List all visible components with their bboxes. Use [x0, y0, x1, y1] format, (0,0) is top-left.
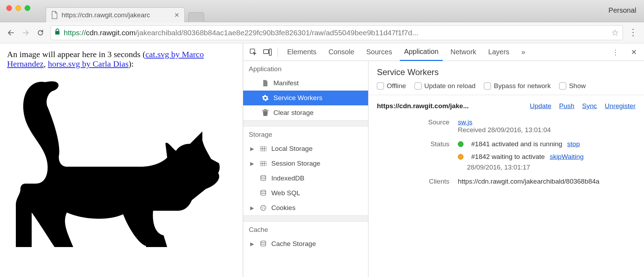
sidebar-item-label: Cookies	[271, 204, 296, 212]
link-skipwaiting[interactable]: skipWaiting	[550, 153, 583, 161]
svg-point-14	[261, 205, 266, 211]
devtools: Elements Console Sources Application Net…	[243, 43, 644, 277]
address-bar[interactable]: https://cdn.rawgit.com/jakearchibald/803…	[51, 25, 623, 40]
source-received: Received 28/09/2016, 13:01:04	[458, 126, 636, 134]
cat-image	[7, 72, 236, 250]
checkbox-bypass-for-network[interactable]: Bypass for network	[484, 82, 551, 90]
svg-point-17	[264, 208, 265, 209]
checkbox-offline[interactable]: Offline	[377, 82, 406, 90]
sidebar-item-service-workers[interactable]: ▶ Service Workers	[243, 91, 368, 105]
tab-elements[interactable]: Elements	[283, 43, 321, 61]
zoom-window-button[interactable]	[25, 5, 30, 11]
window-titlebar: https://cdn.rawgit.com/jakearc ✕ Persona…	[0, 0, 644, 22]
status-waiting-text: #1842 waiting to activate	[471, 153, 545, 161]
link-update[interactable]: Update	[530, 102, 551, 110]
checkbox-update-on-reload[interactable]: Update on reload	[415, 82, 476, 90]
link-stop[interactable]: stop	[567, 140, 580, 148]
chrome-menu-button[interactable]: ⋮	[626, 27, 640, 38]
panel-options: Offline Update on reload Bypass for netw…	[368, 82, 644, 95]
sidebar-item-label: IndexedDB	[271, 174, 304, 182]
tab-sources[interactable]: Sources	[362, 43, 396, 61]
svg-point-15	[262, 207, 263, 208]
sidebar-item-clear-storage[interactable]: ▶ Clear storage	[243, 105, 368, 120]
sidebar-item-label: Cache Storage	[271, 240, 316, 248]
trash-icon	[261, 109, 269, 117]
label-source: Source	[377, 118, 449, 126]
svg-point-12	[261, 176, 266, 177]
sidebar-item-manifest[interactable]: ▶ Manifest	[243, 76, 368, 91]
sidebar-item-label: Manifest	[273, 79, 299, 87]
link-unregister[interactable]: Unregister	[605, 102, 636, 110]
traffic-lights	[0, 0, 30, 11]
inspect-element-icon[interactable]	[248, 47, 259, 57]
new-tab-button[interactable]	[188, 12, 204, 22]
svg-rect-2	[264, 50, 269, 54]
sidebar-item-session-storage[interactable]: ▶ Session Storage	[243, 156, 368, 171]
sidebar-item-label: Web SQL	[271, 189, 300, 197]
label-clients: Clients	[377, 178, 449, 185]
sidebar-item-label: Session Storage	[271, 160, 320, 167]
sidebar-group-application: Application	[243, 61, 368, 76]
svg-rect-0	[55, 31, 59, 35]
grid-icon	[259, 160, 267, 167]
sidebar-item-indexeddb[interactable]: ▶ IndexedDB	[243, 171, 368, 186]
link-source-file[interactable]: sw.js	[458, 118, 472, 126]
browser-toolbar: https://cdn.rawgit.com/jakearchibald/803…	[0, 22, 644, 43]
back-button[interactable]	[4, 25, 18, 40]
status-dot-activated-icon	[458, 141, 463, 147]
clients-value: https://cdn.rawgit.com/jakearchibald/803…	[458, 178, 636, 185]
sidebar-item-cookies[interactable]: ▶ Cookies	[243, 201, 368, 215]
sidebar-item-label: Clear storage	[273, 109, 314, 117]
file-icon	[51, 11, 58, 19]
devtools-menu-icon[interactable]: ⋮	[610, 47, 621, 57]
profile-label[interactable]: Personal	[608, 6, 636, 14]
checkbox-show[interactable]: Show	[559, 82, 586, 90]
tab-application[interactable]: Application	[400, 43, 443, 61]
application-sidebar: Application ▶ Manifest ▶ Service Workers…	[243, 61, 368, 277]
link-horse-svg[interactable]: horse.svg by Carla Dias	[48, 59, 128, 68]
sidebar-item-cache-storage[interactable]: ▶ Cache Storage	[243, 236, 368, 251]
tab-layers[interactable]: Layers	[484, 43, 513, 61]
link-sync[interactable]: Sync	[582, 102, 597, 110]
file-icon	[261, 79, 269, 87]
sidebar-item-label: Service Workers	[273, 94, 322, 102]
bookmark-star-icon[interactable]: ☆	[611, 28, 619, 38]
tab-title: https://cdn.rawgit.com/jakearc	[62, 11, 171, 19]
reload-button[interactable]	[33, 25, 48, 40]
svg-point-19	[261, 241, 266, 243]
tab-console[interactable]: Console	[324, 43, 358, 61]
sidebar-item-websql[interactable]: ▶ Web SQL	[243, 186, 368, 201]
status-dot-waiting-icon	[458, 154, 463, 160]
link-push[interactable]: Push	[559, 102, 574, 110]
sidebar-item-label: Local Storage	[271, 145, 312, 153]
database-icon	[259, 240, 267, 248]
browser-tab[interactable]: https://cdn.rawgit.com/jakearc ✕	[46, 7, 185, 22]
minimize-window-button[interactable]	[15, 5, 21, 11]
svg-point-13	[261, 190, 266, 192]
cookie-icon	[259, 204, 267, 212]
url-path: /jakearchibald/80368b84ac1ae8e229fc90b3f…	[135, 29, 418, 37]
sidebar-group-storage: Storage	[243, 127, 368, 141]
status-waiting-time: 28/09/2016, 13:01:17	[467, 164, 636, 171]
gear-icon	[261, 94, 269, 102]
close-devtools-icon[interactable]: ✕	[629, 47, 639, 57]
close-tab-button[interactable]: ✕	[174, 11, 179, 19]
database-icon	[259, 189, 267, 197]
service-workers-panel: Service Workers Offline Update on reload…	[368, 61, 644, 277]
device-toolbar-icon[interactable]	[262, 47, 273, 57]
sw-origin: https://cdn.rawgit.com/jake...	[377, 102, 522, 110]
tabs-overflow[interactable]: »	[517, 43, 529, 61]
sidebar-group-cache: Cache	[243, 222, 368, 236]
sidebar-item-local-storage[interactable]: ▶ Local Storage	[243, 141, 368, 156]
grid-icon	[259, 145, 267, 153]
url-host: cdn.rawgit.com	[86, 29, 135, 37]
panel-title: Service Workers	[368, 61, 644, 82]
svg-point-18	[262, 209, 263, 210]
close-window-button[interactable]	[6, 5, 12, 11]
tab-network[interactable]: Network	[446, 43, 480, 61]
status-activated-text: #1841 activated and is running	[471, 140, 562, 148]
page-content: An image will appear here in 3 seconds (…	[0, 43, 243, 277]
devtools-tabbar: Elements Console Sources Application Net…	[243, 43, 644, 61]
forward-button[interactable]	[18, 25, 33, 40]
lock-icon	[55, 29, 60, 37]
